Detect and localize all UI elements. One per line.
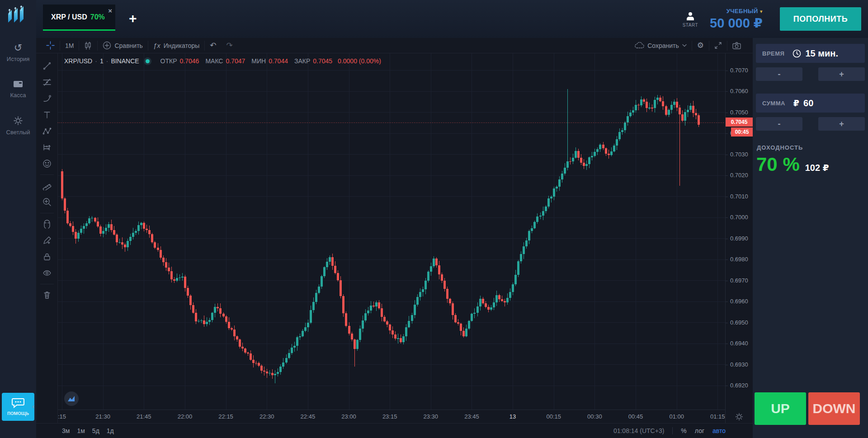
account-switcher[interactable]: УЧЕБНЫЙ ▾ 50 000 ₽ [710,8,763,31]
asset-tab[interactable]: XRP / USD 70% × [43,5,115,31]
time-minus-button[interactable]: - [756,67,802,81]
legend-interval: 1 [100,57,104,65]
maximize-chart-button[interactable] [64,391,79,406]
start-user-button[interactable]: START [683,11,698,28]
down-button[interactable]: DOWN [808,392,860,425]
ohlc-label: ЗАКР [294,57,310,65]
time-axis-tick: 00:30 [587,413,602,420]
sidebar-item-label: Светлый [6,129,30,136]
app-logo [7,5,28,24]
sidebar-item-theme[interactable]: Светлый [0,116,36,136]
deposit-button[interactable]: ПОПОЛНИТЬ [780,7,861,31]
mountain-chart-icon [67,396,75,402]
countdown-badge: 00:45 [731,127,753,137]
percent-scale-button[interactable]: % [681,427,686,434]
trend-line-tool[interactable] [36,58,57,74]
amount-plus-button[interactable]: + [818,117,865,131]
ohlc-label: ОТКР [160,57,177,65]
measure-tool[interactable] [36,178,57,194]
price-axis-tick: 0.6940 [730,340,748,347]
redo-button[interactable]: ↷ [222,38,238,53]
price-axis-tick: 0.7030 [730,151,748,158]
time-axis-tick: 23:30 [424,413,439,420]
chart-body: ‹ XRP/USD · 1 · BINANCE ОТКР [36,53,753,423]
time-axis-tick: :15 [58,413,66,420]
start-label: START [683,23,698,28]
fullscreen-button[interactable] [709,38,727,53]
save-layout-button[interactable]: Сохранить [629,38,692,53]
log-scale-button[interactable]: лог [695,427,704,434]
interval-button[interactable]: 1M [60,38,79,53]
cloud-icon [634,42,644,49]
time-plus-button[interactable]: + [818,67,865,81]
time-value: 15 мин. [805,48,838,59]
brush-tool[interactable] [36,90,57,107]
ruble-icon: ₽ [793,98,799,108]
clock-readout[interactable]: 01:08:14 (UTC+3) [613,427,664,434]
tab-payout: 70% [90,13,105,21]
indicators-button[interactable]: ƒx Индикаторы [148,38,204,53]
toolbar-divider [40,174,54,175]
screenshot-button[interactable] [727,38,746,53]
forecast-tool[interactable] [36,139,57,155]
chart-widget: 1M Сравнить [36,38,753,438]
legend-symbol[interactable]: XRP/USD [64,57,92,65]
expand-icon [714,42,722,49]
price-axis-tick: 0.6980 [730,256,748,263]
auto-scale-button[interactable]: авто [712,427,726,434]
range-button-5d[interactable]: 5д [92,427,99,434]
remove-drawings-tool[interactable] [36,287,57,303]
text-tool[interactable] [36,107,57,123]
app-root: ↺ История Касса Светлый помощь [0,0,868,438]
trade-buttons: UP DOWN [755,392,860,425]
plot-area[interactable]: XRP/USD · 1 · BINANCE ОТКР 0.7046 МАКС 0… [58,53,725,423]
chat-icon [11,397,25,408]
time-field[interactable]: ВРЕМЯ 15 мин. [756,44,865,63]
emoji-tool[interactable] [36,155,57,172]
drawing-mode-tool[interactable] [36,232,57,249]
lock-drawings-tool[interactable] [36,249,57,265]
fx-icon: ƒx [153,42,160,49]
collapse-toolbar-handle[interactable]: ‹ [32,402,34,410]
time-axis-tick: 21:30 [95,413,110,420]
chart-legend: XRP/USD · 1 · BINANCE ОТКР 0.7046 МАКС 0… [64,57,381,65]
price-axis-tick: 0.7020 [730,172,748,179]
fib-tool[interactable] [36,74,57,90]
chart-type-button[interactable] [79,38,97,53]
sidebar-item-history[interactable]: ↺ История [0,43,36,62]
time-label: ВРЕМЯ [762,50,784,57]
up-button[interactable]: UP [755,392,806,425]
xabcd-pattern-tool[interactable] [36,123,57,139]
current-price-badge: 0.7045 [726,118,753,127]
payout-row: 70 % 102 ₽ [756,154,868,175]
hide-drawings-tool[interactable] [36,265,57,281]
time-axis-tick: 13 [509,413,516,420]
sidebar-item-cashier[interactable]: Касса [0,80,36,99]
amount-field[interactable]: СУММА ₽ 60 [756,94,865,113]
account-type: УЧЕБНЫЙ ▾ [726,8,763,14]
add-tab-button[interactable]: + [129,12,137,25]
range-button-1d[interactable]: 1д [107,427,114,434]
user-icon [685,11,696,22]
price-axis-tick: 0.7050 [730,109,748,116]
price-axis[interactable]: 0.70700.70600.70500.70400.70300.70200.70… [725,53,753,423]
price-axis-tick: 0.6990 [730,235,748,242]
content-row: 1M Сравнить [36,38,868,438]
price-axis-tick: 0.7070 [730,67,748,74]
time-axis[interactable]: :1521:3021:4522:0022:1522:3022:4523:0023… [58,410,725,423]
range-button-3m[interactable]: 3м [62,427,70,434]
zoom-in-tool[interactable] [36,194,57,210]
axis-settings-button[interactable] [726,410,753,423]
close-icon[interactable]: × [108,7,112,14]
magnet-tool[interactable] [36,216,57,232]
drawing-toolbar: ‹ [36,53,58,423]
amount-minus-button[interactable]: - [756,117,802,131]
candlestick-chart[interactable] [58,53,725,410]
chart-settings-button[interactable]: ⚙ [692,38,709,53]
undo-button[interactable]: ↶ [205,38,221,53]
range-button-1m[interactable]: 1м [77,427,85,434]
help-button[interactable]: помощь [2,393,34,421]
crosshair-tool-button[interactable] [41,38,60,53]
compare-button[interactable]: Сравнить [98,38,147,53]
sidebar: ↺ История Касса Светлый помощь [0,0,36,438]
